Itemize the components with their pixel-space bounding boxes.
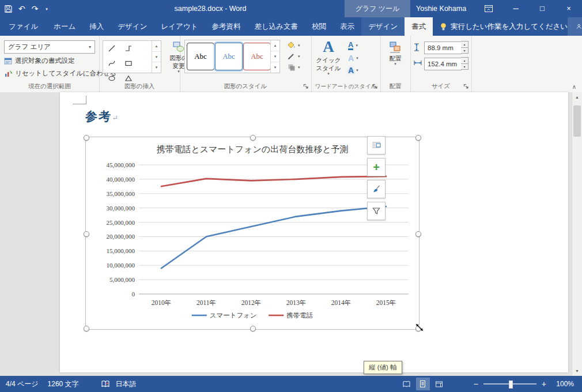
width-spin-up-button[interactable]: ▴ (461, 57, 468, 64)
tab-file[interactable]: ファイル (0, 17, 47, 36)
close-button[interactable]: × (555, 0, 582, 17)
height-spin-up-button[interactable]: ▴ (461, 41, 468, 48)
dialog-launcher-button[interactable] (372, 84, 379, 90)
width-spin-down-button[interactable]: ▾ (461, 64, 468, 70)
shape-style-thumb-3[interactable]: Abc (243, 43, 271, 70)
text-effects-button[interactable]: A ▾ (348, 66, 358, 75)
oval-shape-icon (108, 74, 116, 82)
shape-effects-button[interactable]: ▾ (287, 63, 300, 71)
selection-handle-top-center[interactable] (250, 135, 256, 141)
chevron-down-icon: ▾ (298, 54, 300, 59)
svg-text:0: 0 (132, 291, 135, 297)
ribbon-display-options-button[interactable] (484, 4, 493, 13)
selection-handle-bottom-center[interactable] (250, 326, 256, 331)
window-title: sample28.docx - Word (124, 0, 297, 17)
selection-handle-top-left[interactable] (84, 135, 89, 141)
document-page[interactable]: 参考↵ 05,000,00010,000,00015,000,00020,000… (60, 92, 568, 372)
tab-insert[interactable]: 挿入 (82, 17, 111, 36)
format-selection-button[interactable]: 選択対象の書式設定 (4, 56, 75, 65)
shape-style-gallery: Abc Abc Abc ▴ ▾ ▾ (184, 40, 280, 73)
wordart-quick-styles-button[interactable]: A クイック スタイル ▾ (314, 38, 343, 76)
shape-line-button[interactable] (103, 41, 120, 56)
save-button[interactable] (5, 5, 12, 13)
collapse-ribbon-button[interactable]: ∧ (572, 84, 576, 90)
undo-button[interactable]: ↶ (18, 0, 25, 17)
tab-mailings[interactable]: 差し込み文書 (247, 17, 305, 36)
vertical-scrollbar[interactable]: ▲ ▼ (572, 92, 582, 376)
gallery-more-button[interactable]: ▾ (271, 62, 279, 73)
tab-references[interactable]: 参考資料 (205, 17, 247, 36)
tab-design[interactable]: デザイン (111, 17, 154, 36)
text-outline-button[interactable]: A ▾ (348, 54, 358, 63)
shape-fill-button[interactable]: ▾ (287, 41, 300, 50)
chart-filters-button[interactable] (367, 202, 386, 220)
zoom-in-button[interactable]: + (542, 379, 546, 389)
share-button[interactable]: 共有 (568, 17, 582, 36)
selection-handle-middle-left[interactable] (84, 231, 89, 237)
gallery-scroll-up-button[interactable]: ▴ (152, 41, 161, 51)
proofing-status-button[interactable] (101, 380, 110, 389)
selection-target-value: グラフ エリア (5, 43, 85, 51)
reset-style-icon (4, 70, 12, 78)
tab-home[interactable]: ホーム (47, 17, 82, 36)
word-window: ↶ ↷ ▾ sample28.docx - Word グラフ ツール Yoshi… (0, 0, 582, 392)
svg-text:2013年: 2013年 (286, 299, 307, 306)
plus-icon: + (373, 161, 380, 173)
zoom-slider[interactable] (483, 383, 536, 385)
shape-outline-button[interactable]: ▾ (287, 52, 300, 61)
tell-me-box[interactable]: 実行したい作業を入力してください (440, 17, 568, 36)
shape-width-input[interactable]: 152.4 mm (424, 58, 462, 70)
title-bar: ↶ ↷ ▾ sample28.docx - Word グラフ ツール Yoshi… (0, 0, 582, 17)
page-indicator[interactable]: 4/4 ページ (6, 379, 39, 389)
dialog-launcher-button[interactable] (463, 84, 470, 90)
word-count[interactable]: 1260 文字 (48, 379, 79, 389)
chart-styles-button[interactable] (367, 180, 386, 198)
web-layout-button[interactable] (432, 378, 446, 390)
shape-elbow-button[interactable] (120, 41, 137, 56)
gallery-scroll-down-button[interactable]: ▾ (271, 51, 279, 62)
selection-target-combo[interactable]: グラフ エリア ▾ (4, 40, 95, 54)
proofing-book-icon (101, 380, 110, 389)
scrollbar-thumb[interactable] (573, 105, 581, 137)
chart-elements-button[interactable]: + (367, 158, 386, 176)
tab-chart-format[interactable]: 書式 (405, 17, 433, 36)
arrange-button[interactable]: 配置 ▾ (382, 41, 409, 66)
print-layout-button[interactable] (416, 378, 430, 390)
shape-rectangle-button[interactable] (120, 56, 137, 71)
customize-qat-button[interactable]: ▾ (44, 0, 48, 18)
zoom-slider-thumb[interactable] (509, 380, 513, 389)
svg-text:15,000,000: 15,000,000 (107, 247, 135, 254)
redo-button[interactable]: ↷ (32, 0, 39, 17)
scroll-down-button[interactable]: ▼ (572, 366, 582, 376)
tab-review[interactable]: 校閲 (305, 17, 333, 36)
group-current-selection: グラフ エリア ▾ 選択対象の書式設定 リセットしてスタイルに合わせる 現在の選… (0, 36, 100, 92)
maximize-button[interactable]: □ (529, 0, 555, 17)
dialog-launcher-button[interactable] (303, 84, 309, 90)
gallery-scroll-up-button[interactable]: ▴ (271, 40, 279, 51)
read-mode-button[interactable] (400, 378, 414, 390)
gallery-more-button[interactable]: ▾ (152, 62, 161, 73)
gallery-scroll-down-button[interactable]: ▾ (152, 51, 161, 62)
shape-style-thumb-1[interactable]: Abc (187, 43, 214, 70)
language-indicator[interactable]: 日本語 (116, 379, 137, 389)
minimize-button[interactable]: ─ (502, 0, 529, 17)
selection-handle-top-right[interactable] (415, 135, 421, 141)
shape-curve-button[interactable] (103, 56, 120, 71)
tab-chart-design[interactable]: デザイン (361, 17, 405, 36)
group-shape-styles: Abc Abc Abc ▴ ▾ ▾ ▾ ▾ ▾ 図形のスタイ (180, 36, 312, 92)
text-fill-button[interactable]: A ▾ (348, 41, 358, 50)
tab-layout[interactable]: レイアウト (154, 17, 205, 36)
layout-options-button[interactable] (367, 136, 386, 154)
shape-style-thumb-2[interactable]: Abc (215, 43, 243, 70)
height-spin-down-button[interactable]: ▾ (461, 48, 468, 54)
shape-height-input[interactable]: 88.9 mm (424, 42, 462, 54)
zoom-percentage[interactable]: 100% (554, 380, 574, 388)
selection-handle-middle-right[interactable] (415, 231, 421, 237)
selection-handle-bottom-left[interactable] (84, 326, 89, 331)
zoom-out-button[interactable]: − (474, 379, 478, 389)
scroll-up-button[interactable]: ▲ (572, 92, 582, 102)
elbow-connector-icon (124, 44, 133, 52)
shape-width-icon (413, 59, 422, 68)
tab-view[interactable]: 表示 (333, 17, 361, 36)
resize-cursor-icon (415, 323, 424, 332)
